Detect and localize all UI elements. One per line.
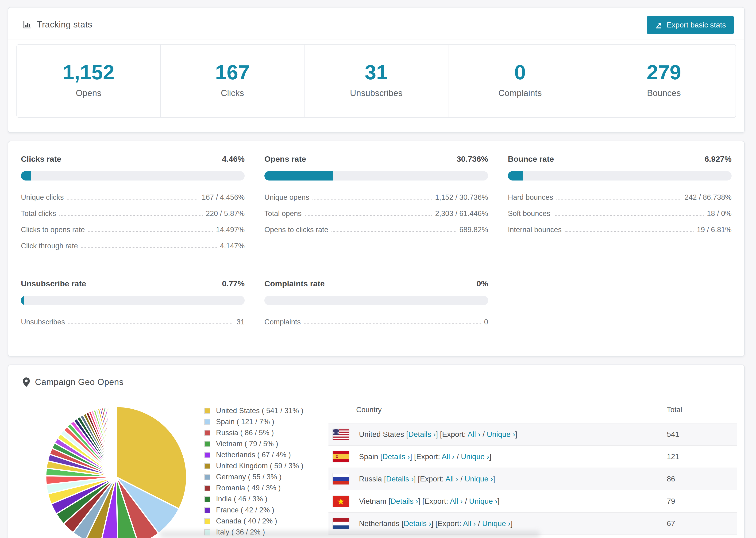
rate-block-clicks-rate: Clicks rate 4.46% Unique clicks 167 / 4.… [15, 154, 250, 256]
dotted-leader [67, 199, 199, 199]
legend-label: France ( 42 / 2% ) [216, 506, 274, 514]
rate-progress-fill [21, 171, 31, 181]
legend-swatch [204, 518, 210, 524]
rate-progress-fill [264, 171, 333, 181]
ru-flag-icon [333, 473, 349, 484]
legend-label: Germany ( 55 / 3% ) [216, 473, 282, 481]
rate-detail-value: 1,152 / 30.736% [435, 193, 488, 202]
rate-detail-value: 31 [237, 318, 244, 326]
legend-item: Germany ( 55 / 3% ) [204, 473, 314, 481]
export-unique-link[interactable]: Unique › [487, 430, 515, 439]
rate-rows: Hard bounces 242 / 86.738% Soft bounces … [508, 192, 731, 234]
rate-detail-row: Complaints 0 [264, 316, 488, 326]
dotted-leader [88, 231, 212, 232]
rate-detail-row: Opens to clicks rate 689.82% [264, 224, 488, 234]
stat-value: 167 [161, 62, 304, 82]
rates-bottom-row: Unsubscribe rate 0.77% Unsubscribes 31 C… [15, 279, 737, 355]
rate-progress-track [21, 296, 244, 305]
legend-swatch [204, 430, 210, 436]
geo-table-row-us: United States [Details ›] [Export: All ›… [328, 423, 737, 445]
rate-detail-value: 14.497% [216, 225, 244, 234]
rate-detail-label: Click through rate [21, 242, 78, 250]
rate-detail-label: Hard bounces [508, 193, 553, 202]
rate-block-opens-rate: Opens rate 30.736% Unique opens 1,152 / … [259, 154, 494, 256]
rate-detail-value: 689.82% [459, 225, 488, 234]
legend-swatch [204, 485, 210, 491]
rate-detail-label: Opens to clicks rate [264, 225, 328, 234]
rate-detail-row: Clicks to opens rate 14.497% [21, 224, 244, 234]
rate-detail-value: 4.147% [220, 242, 244, 250]
legend-label: Spain ( 121 / 7% ) [216, 418, 274, 426]
rate-detail-value: 18 / 0% [707, 209, 731, 218]
details-link[interactable]: Details › [386, 475, 414, 483]
stat-value: 1,152 [17, 62, 160, 82]
dotted-leader [68, 323, 233, 324]
details-link[interactable]: Details › [408, 430, 436, 439]
export-unique-link[interactable]: Unique › [469, 497, 498, 506]
rate-progress-track [508, 171, 731, 181]
details-link[interactable]: Details › [404, 519, 431, 528]
rate-detail-value: 2,303 / 61.446% [435, 209, 488, 218]
geo-opens-title-text: Campaign Geo Opens [35, 377, 124, 387]
rate-detail-label: Total clicks [21, 209, 56, 218]
details-link[interactable]: Details › [391, 497, 418, 506]
rate-rows: Unsubscribes 31 [21, 316, 244, 326]
rate-detail-value: 242 / 86.738% [685, 193, 731, 202]
dotted-leader [554, 215, 704, 216]
rate-detail-row: Total clicks 220 / 5.87% [21, 208, 244, 218]
tracking-stats-card: Tracking stats Export basic stats 1,152 … [8, 7, 745, 133]
geo-content: United States ( 541 / 31% ) Spain ( 121 … [8, 397, 744, 538]
page-bottom-shadow [160, 531, 540, 538]
geo-country-cell: Russia [Details ›] [Export: All › / Uniq… [359, 475, 667, 483]
export-unique-link[interactable]: Unique › [482, 519, 511, 528]
export-all-link[interactable]: All › [450, 497, 463, 506]
geo-total-cell: 86 [667, 475, 737, 483]
rate-progress-track [21, 171, 244, 181]
tracking-stats-header: Tracking stats Export basic stats [8, 8, 744, 39]
stat-label: Complaints [449, 88, 592, 98]
rate-detail-label: Total opens [264, 209, 302, 218]
rate-rows: Complaints 0 [264, 316, 488, 326]
export-all-link[interactable]: All › [445, 475, 458, 483]
rate-detail-row: Unique clicks 167 / 4.456% [21, 192, 244, 202]
geo-table-header-country: Country [328, 405, 667, 414]
rate-value: 6.927% [705, 154, 731, 164]
export-all-link[interactable]: All › [442, 452, 455, 461]
dotted-leader [81, 247, 217, 248]
legend-item: Romania ( 49 / 3% ) [204, 484, 314, 492]
rate-detail-row: Soft bounces 18 / 0% [508, 208, 731, 218]
rate-detail-label: Complaints [264, 318, 301, 326]
stat-label: Clicks [161, 88, 304, 98]
export-unique-link[interactable]: Unique › [465, 475, 493, 483]
geo-country-cell: Netherlands [Details ›] [Export: All › /… [359, 519, 667, 528]
export-all-link[interactable]: All › [463, 519, 476, 528]
legend-label: Vietnam ( 79 / 5% ) [216, 440, 278, 448]
rate-detail-value: 19 / 6.81% [697, 225, 731, 234]
legend-item: India ( 46 / 3% ) [204, 495, 314, 503]
rate-progress-fill [508, 171, 523, 181]
rates-card: Clicks rate 4.46% Unique clicks 167 / 4.… [8, 141, 745, 356]
legend-item: Vietnam ( 79 / 5% ) [204, 440, 314, 448]
geo-total-cell: 79 [667, 497, 737, 506]
us-flag-icon [333, 429, 349, 440]
geo-table-header: Country Total [328, 397, 737, 423]
tracking-stats-title-text: Tracking stats [37, 20, 92, 29]
geo-table-body: United States [Details ›] [Export: All ›… [328, 423, 737, 538]
rate-head: Complaints rate 0% [264, 279, 488, 288]
details-link[interactable]: Details › [382, 452, 410, 461]
export-unique-link[interactable]: Unique › [461, 452, 489, 461]
legend-swatch [204, 474, 210, 480]
rate-detail-label: Unsubscribes [21, 318, 65, 326]
legend-label: Romania ( 49 / 3% ) [216, 484, 281, 492]
rate-detail-value: 220 / 5.87% [206, 209, 244, 218]
legend-swatch [204, 408, 210, 414]
export-all-link[interactable]: All › [467, 430, 480, 439]
dotted-leader [557, 199, 681, 199]
geo-country-cell: Vietnam [Details ›] [Export: All › / Uni… [359, 497, 667, 506]
rate-rows: Unique opens 1,152 / 30.736% Total opens… [264, 192, 488, 234]
geo-pie-legend: United States ( 541 / 31% ) Spain ( 121 … [204, 406, 314, 538]
geo-opens-title: Campaign Geo Opens [23, 377, 124, 387]
geo-opens-header: Campaign Geo Opens [8, 365, 744, 397]
export-basic-stats-button[interactable]: Export basic stats [647, 16, 734, 34]
geo-opens-card: Campaign Geo Opens United States ( 541 /… [8, 364, 745, 538]
